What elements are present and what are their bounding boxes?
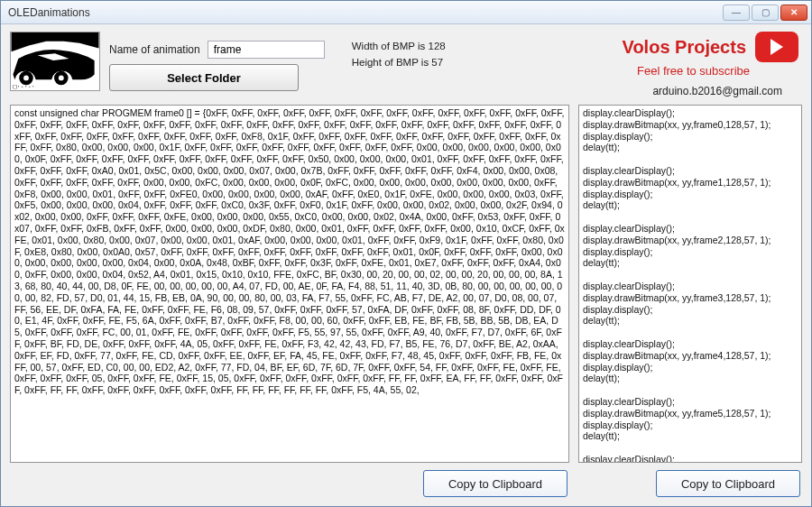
panels: Copy to Clipboard Copy to Clipboard bbox=[10, 105, 802, 497]
car-icon: □·-·-· bbox=[11, 32, 99, 90]
maximize-button[interactable]: ▢ bbox=[752, 5, 779, 21]
top-row: □·-·-· Name of animation Select Folder W… bbox=[10, 32, 802, 97]
bmp-height-label: Height of BMP is 57 bbox=[352, 57, 446, 68]
youtube-icon[interactable] bbox=[755, 32, 798, 62]
code-panel: Copy to Clipboard bbox=[578, 105, 802, 497]
bmp-info: Width of BMP is 128 Height of BMP is 57 bbox=[352, 32, 446, 68]
animation-name-input[interactable] bbox=[208, 41, 325, 59]
code-output-textarea[interactable] bbox=[578, 105, 802, 463]
bmp-width-label: Width of BMP is 128 bbox=[352, 41, 446, 51]
preview-thumbnail: □·-·-· bbox=[10, 32, 100, 91]
hex-panel: Copy to Clipboard bbox=[10, 105, 569, 497]
svg-point-2 bbox=[23, 76, 29, 81]
name-block: Name of animation Select Folder bbox=[109, 32, 325, 91]
hex-output-textarea[interactable] bbox=[10, 105, 569, 463]
content-area: □·-·-· Name of animation Select Folder W… bbox=[1, 24, 811, 506]
window-title: OLEDanimations bbox=[8, 6, 723, 19]
brand-subtitle: Feel free to subscribe bbox=[637, 64, 750, 78]
select-folder-button[interactable]: Select Folder bbox=[109, 64, 299, 91]
name-label: Name of animation bbox=[109, 43, 200, 56]
titlebar: OLEDanimations — ▢ ✕ bbox=[1, 1, 811, 24]
window-controls: — ▢ ✕ bbox=[723, 5, 811, 21]
brand-block: Volos Projects Feel free to subscribe ar… bbox=[623, 32, 802, 97]
brand-title: Volos Projects bbox=[623, 37, 746, 58]
svg-point-4 bbox=[59, 76, 64, 81]
copy-hex-button[interactable]: Copy to Clipboard bbox=[423, 470, 567, 497]
close-button[interactable]: ✕ bbox=[780, 5, 807, 21]
name-row: Name of animation bbox=[109, 41, 325, 59]
brand-email: arduino.b2016@gmail.com bbox=[652, 85, 782, 97]
svg-text:□·-·-·: □·-·-· bbox=[13, 83, 34, 90]
app-window: OLEDanimations — ▢ ✕ □·-·-· bbox=[0, 0, 812, 507]
copy-code-button[interactable]: Copy to Clipboard bbox=[656, 470, 800, 497]
minimize-button[interactable]: — bbox=[723, 5, 750, 21]
